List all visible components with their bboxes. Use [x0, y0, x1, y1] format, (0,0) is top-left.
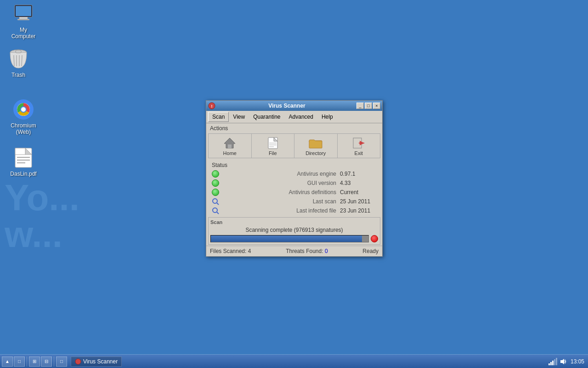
status-label: Status — [208, 160, 380, 169]
window-title: Virus Scanner — [217, 103, 356, 109]
scan-complete-text: Scanning complete (976913 signatures) — [210, 227, 378, 233]
home-button[interactable]: Home — [209, 134, 252, 158]
trash-icon — [7, 48, 29, 70]
directory-icon — [308, 137, 323, 150]
svg-rect-9 — [16, 50, 21, 53]
desktop-icon-daslin[interactable]: DasLin.pdf — [5, 145, 42, 179]
svg-point-35 — [213, 208, 217, 213]
ready-status: Ready — [362, 248, 379, 254]
svg-rect-38 — [548, 363, 550, 365]
defs-key: Antivirus definitions — [223, 189, 340, 196]
bottom-status-bar: Files Scanned: 4 Threats Found: 0 Ready — [206, 246, 382, 256]
taskbar-btn-4[interactable]: ⊟ — [41, 356, 52, 367]
status-row-defs: Antivirus definitions Current — [208, 188, 380, 197]
taskbar-btn-2[interactable]: □ — [14, 356, 25, 367]
svg-rect-2 — [19, 17, 28, 19]
my-computer-label: My Computer — [7, 27, 40, 40]
defs-status-indicator — [212, 189, 219, 196]
svg-rect-1 — [16, 6, 31, 16]
taskbar-right: 13:05 — [545, 358, 588, 365]
chromium-label: Chromium (Web) — [11, 122, 36, 135]
trash-label: Trash — [11, 72, 25, 78]
svg-point-33 — [213, 199, 217, 203]
lastscan-magnify-icon — [212, 198, 219, 205]
home-icon — [222, 137, 237, 150]
desktop-icon-trash[interactable]: Trash — [0, 46, 37, 80]
engine-value: 0.97.1 — [340, 171, 377, 177]
menu-view[interactable]: View — [229, 112, 249, 122]
desktop-watermark: Yo...w... — [0, 179, 220, 253]
scan-section-label: Scan — [210, 219, 378, 225]
svg-rect-42 — [556, 358, 557, 365]
svg-line-34 — [217, 203, 219, 205]
status-section: Status Antivirus engine 0.97.1 GUI versi… — [208, 160, 380, 215]
svg-rect-41 — [554, 359, 555, 365]
svg-rect-23 — [228, 144, 232, 148]
svg-point-37 — [75, 358, 81, 364]
taskbar-start-area: ▲ □ ⊞ ⊟ □ — [0, 356, 69, 367]
svg-line-36 — [217, 212, 219, 214]
window-icon: ! — [208, 102, 215, 109]
files-scanned: Files Scanned: 4 — [210, 248, 251, 254]
maximize-button[interactable]: □ — [365, 103, 372, 109]
stop-button[interactable] — [371, 235, 378, 242]
menu-scan[interactable]: Scan — [208, 112, 229, 122]
menubar: Scan View Quarantine Advanced Help — [206, 111, 382, 123]
desktop-icon-chromium[interactable]: Chromium (Web) — [5, 97, 42, 137]
menu-advanced[interactable]: Advanced — [285, 112, 317, 122]
menu-quarantine[interactable]: Quarantine — [249, 112, 284, 122]
svg-text:!: ! — [211, 104, 213, 109]
lastinfected-key: Last infected file — [223, 207, 340, 214]
svg-line-8 — [22, 55, 22, 66]
sys-tray — [548, 358, 567, 365]
svg-rect-40 — [552, 361, 554, 365]
svg-point-13 — [21, 107, 26, 112]
gui-value: 4.33 — [340, 180, 377, 186]
taskbar-btn-5[interactable]: □ — [56, 356, 67, 367]
svg-rect-29 — [309, 141, 322, 148]
engine-status-indicator — [212, 170, 219, 178]
status-row-gui: GUI version 4.33 — [208, 178, 380, 188]
gui-status-indicator — [212, 179, 219, 187]
taskbar-virus-scanner[interactable]: Virus Scanner — [71, 356, 122, 367]
threats-found: Threats Found: 0 — [286, 248, 328, 254]
scan-section: Scan Scanning complete (976913 signature… — [208, 217, 380, 245]
taskbar-divider-2 — [54, 356, 54, 367]
actions-label: Actions — [206, 123, 382, 132]
progress-wrap — [210, 235, 378, 242]
svg-rect-3 — [17, 19, 29, 20]
status-row-lastinfected: Last infected file 23 Jun 2011 — [208, 206, 380, 215]
exit-button[interactable]: Exit — [338, 134, 380, 158]
progress-bar-fill — [211, 236, 362, 242]
taskbar-btn-1[interactable]: ▲ — [2, 356, 13, 367]
chromium-icon — [12, 98, 34, 121]
lastscan-value: 25 Jun 2011 — [340, 198, 377, 205]
progress-bar — [210, 235, 369, 242]
desktop-icon-my-computer[interactable]: My Computer — [5, 1, 42, 41]
signal-icon — [548, 358, 558, 365]
clock: 13:05 — [571, 358, 584, 365]
taskbar-btn-3[interactable]: ⊞ — [29, 356, 40, 367]
file-button[interactable]: File — [252, 134, 295, 158]
lastinfected-value: 23 Jun 2011 — [340, 207, 377, 214]
computer-icon — [12, 3, 34, 25]
menu-help[interactable]: Help — [317, 112, 337, 122]
virus-scanner-window: ! Virus Scanner _ □ × Scan View Quaranti… — [206, 100, 383, 257]
home-label: Home — [223, 150, 237, 156]
directory-button[interactable]: Directory — [294, 134, 338, 158]
toolbar: Home File Directory — [208, 133, 380, 158]
window-controls: _ □ × — [356, 103, 380, 109]
taskbar-app-icon — [75, 358, 81, 365]
directory-label: Directory — [305, 150, 326, 156]
window-titlebar: ! Virus Scanner _ □ × — [206, 101, 382, 111]
lastscan-key: Last scan — [223, 198, 340, 205]
gui-key: GUI version — [223, 180, 340, 186]
minimize-button[interactable]: _ — [356, 103, 364, 109]
exit-icon — [351, 137, 366, 150]
close-button[interactable]: × — [373, 103, 380, 109]
svg-rect-39 — [550, 362, 552, 365]
pdf-icon — [12, 147, 34, 169]
file-label: File — [269, 150, 277, 156]
file-icon — [266, 137, 280, 150]
svg-line-5 — [14, 55, 14, 66]
